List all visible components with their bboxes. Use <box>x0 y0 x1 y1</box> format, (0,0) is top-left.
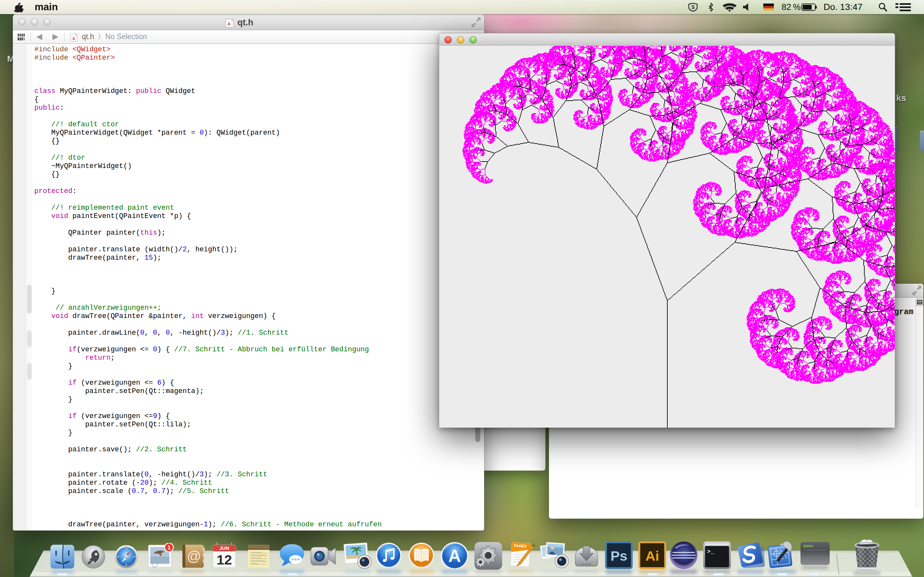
svg-text:.h: .h <box>227 21 231 26</box>
svg-text:>_: >_ <box>707 548 714 555</box>
svg-text:.h: .h <box>72 36 75 41</box>
svg-text:A: A <box>448 546 461 566</box>
svg-text:Ps: Ps <box>611 548 628 564</box>
svg-text:PAGES: PAGES <box>514 544 527 548</box>
svg-text:@: @ <box>187 548 201 564</box>
svg-text:Ai: Ai <box>645 548 659 564</box>
svg-text:S: S <box>691 5 695 10</box>
svg-text:1: 1 <box>168 544 171 551</box>
svg-text:JUN: JUN <box>220 545 229 551</box>
svg-text:12: 12 <box>216 552 232 567</box>
